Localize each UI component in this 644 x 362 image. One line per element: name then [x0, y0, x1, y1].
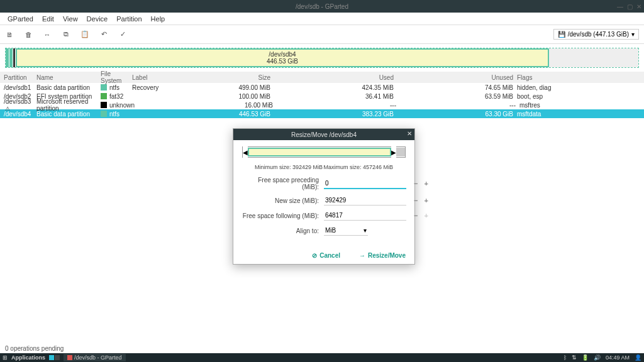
- following-plus-button[interactable]: +: [424, 212, 428, 219]
- taskbar-app-icon: [67, 355, 72, 360]
- cell-size: 16.00 MiB: [172, 102, 279, 109]
- newsize-minus-button[interactable]: −: [414, 197, 418, 204]
- statusbar: 0 operations pending: [0, 343, 644, 353]
- resize-dialog: Resize/Move /dev/sdb4 ✕ ◀ ▶ Minimum size…: [233, 128, 415, 265]
- cancel-button[interactable]: ⊘ Cancel: [312, 252, 340, 259]
- dialog-titlebar: Resize/Move /dev/sdb4 ✕: [233, 129, 414, 140]
- bluetooth-icon[interactable]: ᛒ: [564, 354, 567, 361]
- cell-flags: hidden, diag: [517, 84, 640, 91]
- device-selector[interactable]: 💾 /dev/sdb (447.13 GiB) ▾: [553, 29, 639, 40]
- col-label[interactable]: Label: [132, 74, 170, 81]
- menu-partition[interactable]: Partition: [113, 14, 145, 24]
- cell-used: 383.23 GiB: [277, 111, 400, 118]
- col-unused[interactable]: Unused: [400, 74, 517, 81]
- chevron-down-icon: ▾: [631, 31, 635, 38]
- col-size[interactable]: Size: [170, 74, 277, 81]
- col-flags[interactable]: Flags: [517, 74, 640, 81]
- table-row[interactable]: /dev/sdb4Basic data partitionntfs446.53 …: [0, 109, 644, 118]
- menu-help[interactable]: Help: [147, 14, 169, 24]
- newsize-input[interactable]: [324, 195, 406, 206]
- newsize-plus-button[interactable]: +: [424, 197, 428, 204]
- align-select[interactable]: MiB ▾: [324, 226, 368, 236]
- cell-unused: ---: [402, 102, 519, 109]
- battery-icon[interactable]: 🔋: [582, 354, 589, 361]
- fs-color-box: [101, 84, 107, 90]
- fs-color-box: [101, 93, 107, 99]
- apply-icon[interactable]: ✓: [118, 30, 127, 39]
- dialog-free-bar: [396, 148, 405, 156]
- following-minus-button[interactable]: −: [414, 212, 418, 219]
- cell-unused: 63.30 GiB: [400, 111, 517, 118]
- cell-filesystem: fat32: [101, 93, 132, 100]
- preceding-minus-button[interactable]: −: [414, 180, 418, 187]
- menu-edit[interactable]: Edit: [38, 14, 58, 24]
- cell-flags: msftdata: [517, 111, 640, 118]
- cell-used: ---: [279, 102, 402, 109]
- volume-icon[interactable]: 🔊: [594, 354, 601, 361]
- newsize-label: New size (MiB):: [242, 197, 324, 204]
- table-row[interactable]: /dev/sdb1Basic data partitionntfsRecover…: [0, 83, 644, 92]
- resize-icon[interactable]: ↔: [43, 30, 52, 39]
- col-partition[interactable]: Partition: [4, 74, 36, 81]
- cell-size: 100.00 MiB: [170, 93, 277, 100]
- taskbar-item-gparted[interactable]: /dev/sdb - GParted: [64, 354, 126, 361]
- cell-filesystem: ntfs: [101, 84, 132, 91]
- delete-icon[interactable]: 🗑: [24, 30, 33, 39]
- dialog-partition-map[interactable]: ◀ ▶: [242, 146, 406, 158]
- taskbar-item-label: /dev/sdb - GParted: [74, 354, 122, 361]
- dialog-partition-bar[interactable]: [248, 148, 391, 156]
- partmap-sdb4[interactable]: /dev/sdb4 446.53 GiB: [16, 48, 549, 67]
- partition-map[interactable]: /dev/sdb4 446.53 GiB: [5, 48, 639, 68]
- new-icon[interactable]: 🗎: [5, 30, 14, 39]
- cell-used: 424.35 MiB: [277, 84, 400, 91]
- resize-handle-left[interactable]: ◀: [243, 146, 248, 158]
- dialog-close-icon[interactable]: ✕: [407, 130, 412, 137]
- preceding-plus-button[interactable]: +: [424, 180, 428, 187]
- cell-filesystem: ntfs: [101, 111, 132, 118]
- paste-icon[interactable]: 📋: [80, 30, 89, 39]
- menu-view[interactable]: View: [59, 14, 82, 24]
- maximize-icon[interactable]: ▢: [627, 3, 633, 10]
- workspace-switcher[interactable]: [49, 355, 60, 360]
- dialog-minmax: Minimum size: 392429 MiB Maximum size: 4…: [242, 164, 406, 170]
- applications-button[interactable]: Applications: [11, 354, 45, 361]
- status-text: 0 operations pending: [5, 345, 64, 352]
- copy-icon[interactable]: ⧉: [62, 30, 70, 39]
- fs-color-box: [101, 111, 107, 117]
- cancel-icon: ⊘: [312, 252, 317, 259]
- cell-used: 36.41 MiB: [277, 93, 400, 100]
- cell-filesystem: unknown: [101, 102, 135, 109]
- partmap-unallocated[interactable]: [549, 48, 638, 67]
- cell-unused: 74.65 MiB: [400, 84, 517, 91]
- undo-icon[interactable]: ↶: [99, 30, 108, 39]
- apps-menu-icon[interactable]: ⊞: [3, 354, 8, 361]
- fs-color-box: [101, 102, 107, 108]
- menu-gparted[interactable]: GParted: [4, 14, 37, 24]
- minimize-icon[interactable]: —: [617, 3, 623, 10]
- menu-device[interactable]: Device: [83, 14, 112, 24]
- taskbar: ⊞ Applications /dev/sdb - GParted ᛒ ⇅ 🔋 …: [0, 353, 644, 362]
- cell-label: Recovery: [132, 84, 170, 91]
- table-row[interactable]: /dev/sdb3⚠Microsoft reserved partitionun…: [0, 101, 644, 109]
- window-titlebar: /dev/sdb - GParted — ▢ ✕: [0, 0, 644, 13]
- resize-label: Resize/Move: [368, 252, 406, 259]
- network-icon[interactable]: ⇅: [572, 354, 577, 361]
- resize-move-button[interactable]: → Resize/Move: [359, 252, 406, 259]
- user-icon[interactable]: 👤: [635, 354, 641, 361]
- clock[interactable]: 04:49 AM: [606, 354, 630, 361]
- col-name[interactable]: Name: [36, 74, 101, 81]
- arrow-icon: →: [359, 252, 365, 259]
- close-icon[interactable]: ✕: [636, 3, 641, 10]
- device-label: /dev/sdb (447.13 GiB): [568, 31, 629, 38]
- chevron-down-icon: ▾: [364, 227, 367, 234]
- min-size-label: Minimum size: 392429 MiB: [255, 164, 323, 170]
- preceding-input[interactable]: [324, 178, 406, 189]
- dialog-title: Resize/Move /dev/sdb4: [291, 131, 357, 138]
- following-input[interactable]: [324, 211, 406, 221]
- following-label: Free space following (MiB):: [242, 212, 324, 219]
- resize-handle-right[interactable]: ▶: [391, 146, 396, 158]
- col-used[interactable]: Used: [277, 74, 400, 81]
- align-value: MiB: [325, 227, 336, 234]
- col-filesystem[interactable]: File System: [101, 70, 132, 84]
- preceding-label: Free space preceding (MiB):: [242, 177, 324, 190]
